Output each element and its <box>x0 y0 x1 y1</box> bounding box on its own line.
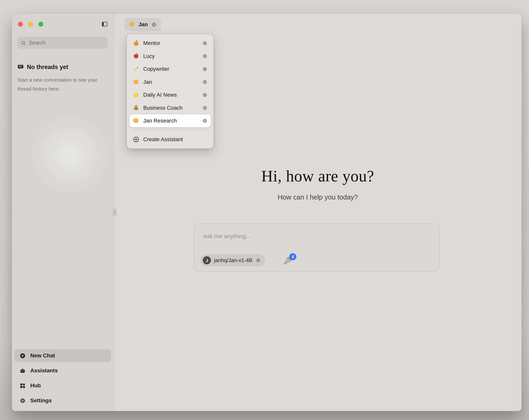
greeting-subtitle: How can I help you today? <box>114 193 522 201</box>
menu-item-mentor[interactable]: Mentor <box>129 37 211 50</box>
sidebar-item-label: Assistants <box>30 367 58 374</box>
sidebar-item-assistants[interactable]: Assistants <box>14 364 111 377</box>
wave-hand-icon <box>133 79 140 85</box>
menu-item-label: Business Coach <box>143 105 198 111</box>
gear-icon[interactable] <box>202 66 208 72</box>
assistant-selector[interactable]: Jan <box>125 18 161 31</box>
grid-icon <box>19 382 26 389</box>
menu-item-jan[interactable]: Jan <box>129 76 211 89</box>
sidebar-item-label: Hub <box>30 382 41 389</box>
tangerine-icon <box>133 40 140 47</box>
sidebar-watermark <box>27 112 112 198</box>
menu-item-create-assistant[interactable]: Create Assistant <box>129 133 211 146</box>
menu-item-label: Create Assistant <box>143 136 208 143</box>
close-button[interactable] <box>18 22 23 27</box>
robot-icon <box>19 367 26 374</box>
gear-icon[interactable] <box>202 41 208 46</box>
sidebar: No threads yet Start a new conversation … <box>12 14 114 411</box>
menu-item-jan-research[interactable]: Jan Research <box>129 114 211 127</box>
chat-input[interactable] <box>203 231 430 242</box>
selected-assistant-label: Jan <box>138 21 148 27</box>
menu-item-daily-ai-news[interactable]: Daily AI News <box>129 88 211 101</box>
gear-icon[interactable] <box>255 258 261 263</box>
search-input[interactable] <box>29 40 104 46</box>
window-controls <box>18 22 43 27</box>
empty-state-body: Start a new conversation to see your thr… <box>17 76 103 93</box>
chat-composer: J janhq/Jan-v1-4B <box>194 224 440 272</box>
yellow-circle-icon <box>133 92 140 98</box>
menu-item-label: Lucy <box>143 53 198 59</box>
menu-item-label: Copywriter <box>143 66 198 72</box>
menu-item-label: Daily AI News <box>143 92 198 98</box>
empty-state-title: No threads yet <box>27 64 68 71</box>
gear-icon[interactable] <box>151 22 157 27</box>
plus-circle-icon <box>133 136 140 143</box>
gear-icon[interactable] <box>202 118 208 123</box>
greeting: Hi, how are you? How can I help you toda… <box>114 167 522 201</box>
menu-item-lucy[interactable]: Lucy <box>129 50 211 63</box>
apple-icon <box>133 53 140 59</box>
menu-item-label: Jan Research <box>143 118 198 124</box>
gear-icon[interactable] <box>202 105 208 111</box>
greeting-title: Hi, how are you? <box>114 167 522 185</box>
zoom-button[interactable] <box>39 22 43 27</box>
menu-item-label: Jan <box>143 79 198 85</box>
wave-hand-icon <box>129 21 135 28</box>
sidebar-item-new-chat[interactable]: New Chat <box>14 349 111 362</box>
gear-icon[interactable] <box>202 79 208 85</box>
gear-icon[interactable] <box>202 54 208 59</box>
tools-count-badge: 4 <box>289 253 296 260</box>
chat-bubble-icon <box>17 64 24 70</box>
sidebar-resize-handle[interactable] <box>112 209 117 216</box>
model-selector[interactable]: J janhq/Jan-v1-4B <box>200 254 265 266</box>
sidebar-item-settings[interactable]: Settings <box>14 394 111 407</box>
pencil-icon <box>133 66 140 72</box>
app-window: No threads yet Start a new conversation … <box>12 14 522 411</box>
wave-hand-icon <box>133 117 140 124</box>
main-area: Jan <box>114 14 522 411</box>
menu-item-copywriter[interactable]: Copywriter <box>129 63 211 76</box>
search-box <box>17 37 108 49</box>
minimize-button[interactable] <box>28 22 33 27</box>
model-avatar: J <box>203 256 211 264</box>
gear-icon <box>19 397 26 404</box>
model-name: janhq/Jan-v1-4B <box>214 257 252 263</box>
gear-icon[interactable] <box>202 92 208 98</box>
desktop: No threads yet Start a new conversation … <box>0 0 529 420</box>
search-icon <box>20 40 26 46</box>
menu-divider <box>131 130 210 131</box>
sidebar-toggle-icon[interactable] <box>101 21 108 27</box>
sidebar-item-hub[interactable]: Hub <box>14 379 111 392</box>
money-bag-icon: $ <box>133 104 140 111</box>
svg-text:$: $ <box>135 107 137 110</box>
sidebar-nav: New Chat Assistants <box>14 347 111 407</box>
assistant-menu: Mentor <box>127 34 214 149</box>
sidebar-item-label: Settings <box>30 397 52 404</box>
menu-item-business-coach[interactable]: $ Business Coach <box>129 101 211 115</box>
sidebar-item-label: New Chat <box>30 352 55 359</box>
tools-button[interactable]: 4 <box>283 257 292 266</box>
plus-circle-icon <box>19 352 26 359</box>
threads-empty-state: No threads yet Start a new conversation … <box>17 64 106 93</box>
menu-item-label: Mentor <box>143 40 198 46</box>
